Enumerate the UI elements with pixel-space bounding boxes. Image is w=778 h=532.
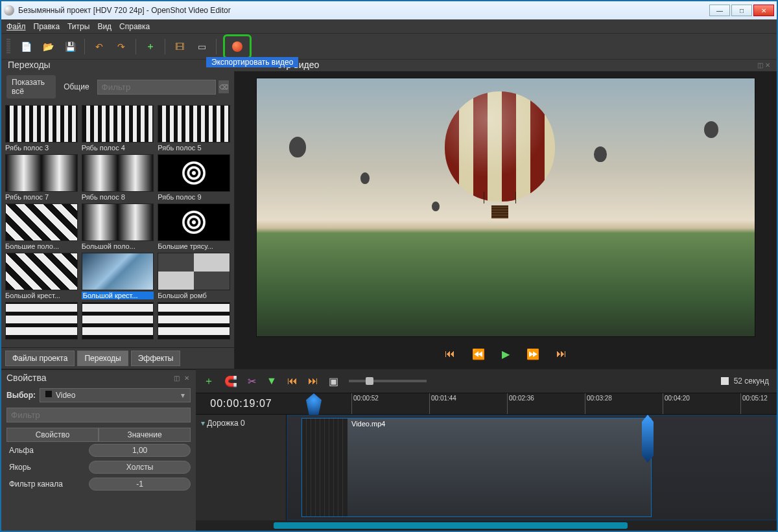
- maximize-button[interactable]: □: [731, 5, 752, 16]
- prev-marker-button[interactable]: ⏮: [287, 375, 298, 387]
- playhead-timecode: 00:00:19:07: [196, 393, 287, 414]
- selector-label: Выбор:: [6, 391, 36, 400]
- rewind-button[interactable]: ⏪: [472, 348, 485, 360]
- menu-titles[interactable]: Титры: [67, 22, 89, 31]
- clip-name: Video.mp4: [348, 419, 389, 516]
- timeline-tracks: ▾ Дорожка 0 Video.mp4: [196, 415, 777, 520]
- common-tab[interactable]: Общие: [58, 80, 94, 94]
- filmstrip-icon[interactable]: 🎞: [172, 39, 187, 54]
- save-project-button[interactable]: 💾: [62, 39, 78, 54]
- track-body[interactable]: Video.mp4: [287, 415, 777, 520]
- timeline-duration: 52 секунд: [734, 376, 769, 386]
- show-all-tab[interactable]: Показать всё: [6, 75, 56, 98]
- time-scale[interactable]: 00:00:52 00:01:44 00:02:36 00:03:28 00:0…: [287, 393, 777, 414]
- ruler-tick: 00:05:12: [740, 393, 769, 414]
- transition-item[interactable]: Рябь полос 8: [82, 154, 154, 201]
- center-playhead-button[interactable]: ▣: [329, 375, 338, 387]
- fullscreen-icon[interactable]: ▭: [194, 39, 209, 54]
- transition-item[interactable]: Большой ромб: [158, 253, 230, 299]
- timeline-panel: ＋ 🧲 ✂ ▼ ⏮ ⏭ ▣ 52 секунд 00:00:19:07: [196, 369, 777, 531]
- transition-item[interactable]: Большой поло...: [82, 203, 154, 250]
- property-value[interactable]: Холсты: [89, 461, 191, 474]
- track-header[interactable]: ▾ Дорожка 0: [196, 415, 287, 520]
- duration-indicator-icon: [721, 377, 729, 385]
- col-header-val[interactable]: Значение: [99, 428, 191, 442]
- add-marker-button[interactable]: ▼: [266, 375, 277, 387]
- transitions-panel: Показать всё Общие ⌫ Рябь полос 3 Рябь п…: [1, 71, 235, 369]
- snap-toggle[interactable]: 🧲: [224, 375, 237, 387]
- window-title: Безымянный проект [HDV 720 24p] - OpenSh…: [18, 6, 231, 15]
- properties-panel: Свойства ◫ ✕ Выбор: Video Свойство Значе…: [1, 369, 196, 531]
- clear-filter-button[interactable]: ⌫: [218, 80, 229, 93]
- preview-viewport[interactable]: [256, 78, 755, 337]
- transition-item[interactable]: Рябь полос 4: [82, 105, 154, 152]
- timeline-ruler[interactable]: 00:00:19:07 00:00:52 00:01:44 00:02:36 0…: [196, 393, 777, 415]
- add-track-button[interactable]: ＋: [204, 375, 214, 388]
- transitions-grid: Рябь полос 3 Рябь полос 4 Рябь полос 5 Р…: [1, 102, 234, 347]
- left-bottom-tabs: Файлы проекта Переходы Эффекты: [1, 347, 234, 369]
- transition-item[interactable]: [82, 302, 154, 341]
- jump-end-button[interactable]: ⏭: [556, 348, 567, 360]
- main-toolbar: 📄 📂 💾 ↶ ↷ ＋ 🎞 ▭ Экспортировать видео: [1, 34, 777, 60]
- col-header-key[interactable]: Свойство: [6, 428, 99, 442]
- tab-effects[interactable]: Эффекты: [131, 351, 181, 366]
- title-bar: Безымянный проект [HDV 720 24p] - OpenSh…: [1, 1, 777, 19]
- transition-item[interactable]: Большие трясу...: [158, 203, 230, 250]
- new-project-button[interactable]: 📄: [18, 39, 34, 54]
- panel-titles: Переходы отр видео ◫ ✕: [1, 60, 777, 71]
- redo-button[interactable]: ↷: [113, 39, 129, 54]
- properties-filter-input[interactable]: [6, 408, 191, 422]
- transition-item[interactable]: Рябь полос 7: [5, 154, 78, 201]
- transition-item[interactable]: Большой крест...: [5, 253, 78, 299]
- transition-item[interactable]: [5, 302, 78, 341]
- timeline-scrollbar[interactable]: [196, 520, 777, 531]
- transition-item[interactable]: Рябь полос 9: [158, 154, 230, 201]
- playhead-handle[interactable]: [306, 393, 322, 415]
- import-files-button[interactable]: ＋: [143, 39, 158, 54]
- jump-start-button[interactable]: ⏮: [445, 348, 455, 360]
- toolbar-divider: [84, 39, 85, 54]
- property-value[interactable]: 1,00: [89, 444, 191, 457]
- minimize-button[interactable]: —: [709, 5, 730, 16]
- video-clip[interactable]: Video.mp4: [301, 418, 652, 517]
- open-project-button[interactable]: 📂: [40, 39, 56, 54]
- menu-file[interactable]: Файл: [6, 22, 26, 31]
- record-icon: [232, 41, 242, 52]
- transitions-panel-title: Переходы: [8, 60, 51, 70]
- transition-item[interactable]: Рябь полос 3: [5, 105, 78, 152]
- tab-transitions[interactable]: Переходы: [77, 351, 128, 366]
- properties-title: Свойства: [6, 373, 46, 383]
- toolbar-grip[interactable]: [6, 39, 10, 54]
- fast-forward-button[interactable]: ⏩: [526, 348, 539, 360]
- timeline-toolbar: ＋ 🧲 ✂ ▼ ⏮ ⏭ ▣ 52 секунд: [196, 369, 777, 393]
- next-marker-button[interactable]: ⏭: [308, 375, 318, 387]
- transition-filter-input[interactable]: [97, 80, 216, 95]
- properties-dock-icons[interactable]: ◫ ✕: [174, 375, 191, 382]
- close-button[interactable]: ✕: [753, 5, 774, 16]
- property-value[interactable]: -1: [89, 478, 191, 491]
- properties-table: Свойство Значение Альфа 1,00 Якорь Холст…: [6, 428, 191, 492]
- tab-project-files[interactable]: Файлы проекта: [5, 351, 75, 366]
- layer-color-swatch: [45, 391, 52, 397]
- export-video-button[interactable]: [223, 34, 252, 59]
- transition-item[interactable]: Рябь полос 5: [158, 105, 230, 152]
- menu-help[interactable]: Справка: [119, 22, 150, 31]
- preview-panel: ⏮ ⏪ ▶ ⏩ ⏭: [235, 71, 777, 369]
- panel-dock-icons[interactable]: ◫ ✕: [757, 62, 770, 69]
- zoom-slider[interactable]: [349, 380, 427, 382]
- track-name: Дорожка 0: [207, 419, 244, 428]
- play-button[interactable]: ▶: [502, 348, 510, 360]
- transition-item[interactable]: Большие поло...: [5, 203, 78, 250]
- transition-item-selected[interactable]: Большой крест...: [82, 253, 154, 299]
- export-tooltip: Экспортировать видео: [206, 57, 298, 67]
- menu-view[interactable]: Вид: [97, 22, 112, 31]
- layer-selector[interactable]: Video: [40, 388, 191, 402]
- undo-button[interactable]: ↶: [91, 39, 107, 54]
- clip-end-handle[interactable]: [642, 415, 654, 463]
- menu-edit[interactable]: Правка: [34, 22, 60, 31]
- transition-item[interactable]: [158, 302, 230, 341]
- razor-tool[interactable]: ✂: [248, 375, 256, 387]
- balloon-icon: [594, 146, 607, 162]
- app-icon: [4, 5, 14, 16]
- layer-selector-value: Video: [56, 391, 75, 400]
